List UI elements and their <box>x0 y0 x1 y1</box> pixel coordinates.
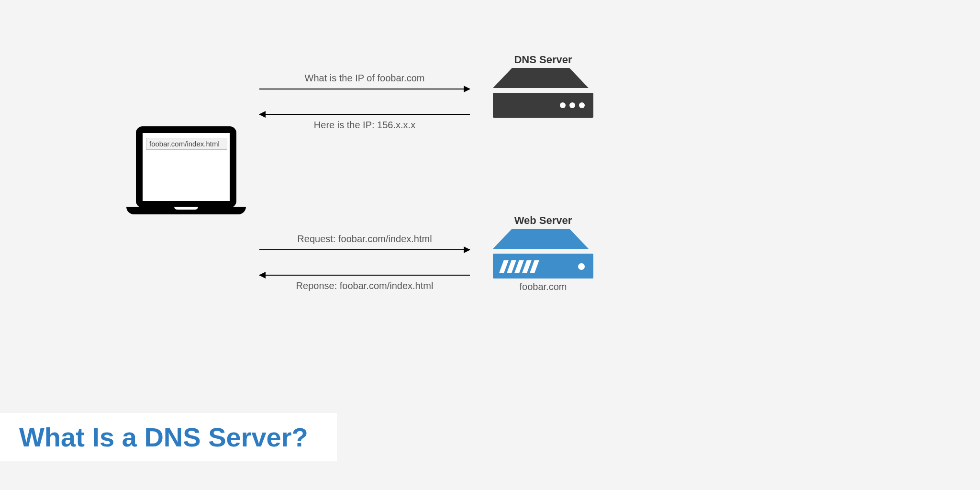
arrow-from-dns: Here is the IP: 156.x.x.x <box>259 111 470 131</box>
vent-slash-icon <box>530 260 539 273</box>
led-dot-icon <box>579 102 585 108</box>
web-server-top-icon <box>493 229 589 249</box>
web-server-label: Web Server <box>493 214 593 227</box>
arrow-left-icon <box>259 272 470 278</box>
led-dot-icon <box>578 263 585 270</box>
web-server-caption: foobar.com <box>493 281 593 292</box>
title-banner: What Is a DNS Server? <box>0 413 337 461</box>
laptop-notch <box>174 207 198 210</box>
dns-server-label: DNS Server <box>493 54 593 66</box>
arrow-right-icon <box>259 86 470 92</box>
arrow-right-icon <box>259 246 470 253</box>
arrow-to-web: Request: foobar.com/index.html <box>259 234 470 253</box>
laptop-screen: foobar.com/index.html <box>136 126 236 208</box>
diagram-stage: foobar.com/index.html DNS Server Web Ser… <box>0 0 980 490</box>
arrow-from-web: Reponse: foobar.com/index.html <box>259 272 470 291</box>
dns-server: DNS Server <box>493 54 593 118</box>
web-server: Web Server foobar.com <box>493 214 593 292</box>
arrow-label: Reponse: foobar.com/index.html <box>259 280 470 291</box>
dns-server-top-icon <box>493 68 589 88</box>
arrow-to-dns: What is the IP of foobar.com <box>259 73 470 92</box>
arrow-left-icon <box>259 111 470 118</box>
svg-marker-0 <box>493 68 589 88</box>
laptop-icon: foobar.com/index.html <box>126 126 246 232</box>
page-title: What Is a DNS Server? <box>19 422 308 453</box>
arrow-label: Here is the IP: 156.x.x.x <box>259 120 470 131</box>
arrow-label: What is the IP of foobar.com <box>259 73 470 84</box>
led-dot-icon <box>560 102 566 108</box>
led-dot-icon <box>569 102 575 108</box>
arrow-label: Request: foobar.com/index.html <box>259 234 470 245</box>
svg-marker-1 <box>493 229 589 249</box>
browser-address-bar: foobar.com/index.html <box>146 138 227 150</box>
web-server-body-icon <box>493 254 593 278</box>
dns-server-body-icon <box>493 93 593 118</box>
